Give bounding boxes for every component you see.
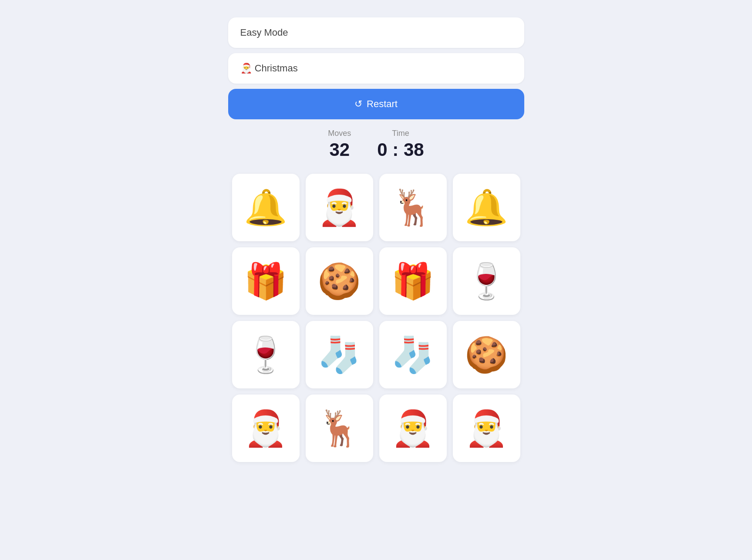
card-wine2[interactable]: 🍷 bbox=[232, 321, 300, 388]
moves-label: Moves bbox=[328, 129, 351, 138]
mode-label: Easy Mode bbox=[240, 27, 288, 38]
card-grid: 🔔🎅🦌🔔🎁🍪🎁🍷🍷🧦🧦🍪🎅🦌🎅🎅 bbox=[232, 174, 520, 462]
card-bell2[interactable]: 🔔 bbox=[453, 174, 520, 241]
card-santa3[interactable]: 🎅 bbox=[379, 395, 447, 462]
category-label: Christmas bbox=[255, 63, 298, 74]
card-gift1[interactable]: 🎁 bbox=[232, 247, 300, 315]
card-santa2[interactable]: 🎅 bbox=[232, 395, 300, 462]
card-gift2[interactable]: 🎁 bbox=[379, 247, 447, 315]
restart-label: Restart bbox=[367, 98, 398, 110]
card-deer2[interactable]: 🦌 bbox=[306, 395, 373, 462]
card-santa1[interactable]: 🎅 bbox=[306, 174, 373, 241]
card-bell1[interactable]: 🔔 bbox=[232, 174, 300, 241]
card-cookie2[interactable]: 🍪 bbox=[453, 321, 520, 388]
card-cookie1[interactable]: 🍪 bbox=[306, 247, 373, 315]
time-stat: Time 0 : 38 bbox=[377, 129, 424, 160]
card-wine1[interactable]: 🍷 bbox=[453, 247, 520, 315]
restart-icon: ↺ bbox=[354, 98, 362, 110]
category-emoji: 🎅 bbox=[240, 63, 255, 74]
card-deer1[interactable]: 🦌 bbox=[379, 174, 447, 241]
time-label: Time bbox=[392, 129, 409, 138]
restart-button[interactable]: ↺ Restart bbox=[228, 89, 524, 119]
moves-value: 32 bbox=[329, 140, 350, 160]
moves-stat: Moves 32 bbox=[328, 129, 351, 160]
card-sock2[interactable]: 🧦 bbox=[379, 321, 447, 388]
time-value: 0 : 38 bbox=[377, 140, 424, 160]
card-santa4[interactable]: 🎅 bbox=[453, 395, 520, 462]
card-sock1[interactable]: 🧦 bbox=[306, 321, 373, 388]
app-container: Easy Mode 🎅 Christmas ↺ Restart Moves 32… bbox=[228, 17, 524, 543]
category-display: 🎅 Christmas bbox=[228, 53, 524, 84]
mode-display: Easy Mode bbox=[228, 17, 524, 48]
stats-container: Moves 32 Time 0 : 38 bbox=[328, 129, 424, 160]
